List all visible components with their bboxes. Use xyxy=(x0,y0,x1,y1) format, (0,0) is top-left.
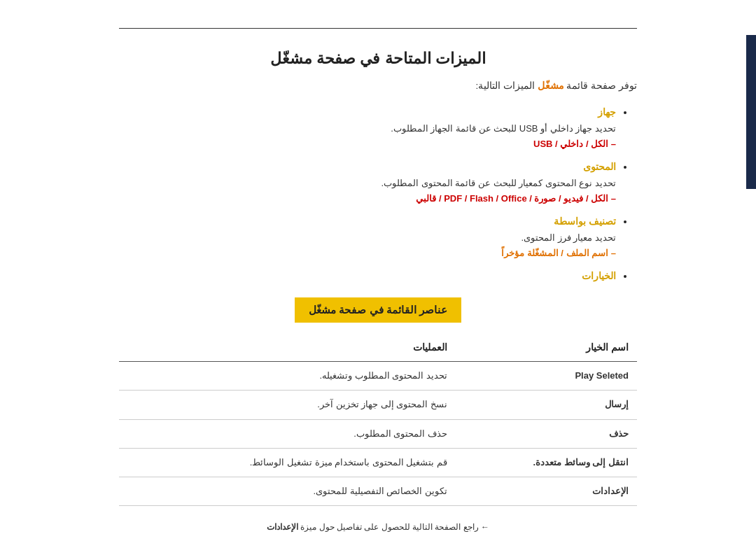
row-name-send: إرسال xyxy=(456,391,637,419)
feature-item-content: المحتوى تحديد نوع المحتوى كمعيار للبحث ع… xyxy=(119,159,616,206)
table-row: الإعدادات تكوين الخصائص التفصيلية للمحتو… xyxy=(119,477,637,505)
row-name-play: Play Seleted xyxy=(456,362,637,391)
feature-title-sort: تصنيف بواسطة xyxy=(554,216,616,227)
sub-red-device: – الكل / داخلي / USB xyxy=(533,139,616,149)
intro-highlight: مشغّل xyxy=(538,80,564,91)
features-table: اسم الخيار العمليات Play Seleted تحديد ا… xyxy=(119,334,637,506)
row-ops-delete: حذف المحتوى المطلوب. xyxy=(119,419,456,448)
col-header-name: اسم الخيار xyxy=(456,334,637,362)
table-row: إرسال نسخ المحتوى إلى جهاز تخزين آخر. xyxy=(119,391,637,419)
row-ops-settings: تكوين الخصائص التفصيلية للمحتوى. xyxy=(119,477,456,505)
right-accent-bar xyxy=(746,35,756,189)
row-name-multimedia: انتقل إلى وسائط متعددة. xyxy=(456,448,637,477)
feature-title-options: الخيارات xyxy=(582,270,616,281)
row-ops-play: تحديد المحتوى المطلوب وتشغيله. xyxy=(119,362,456,391)
feature-item-sort: تصنيف بواسطة تحديد معيار فرز المحتوى. – … xyxy=(119,213,616,261)
page-title: الميزات المتاحة في صفحة مشغّل xyxy=(119,45,637,71)
page-wrapper: الميزات المتاحة في صفحة مشغّل توفر صفحة … xyxy=(77,0,679,534)
feature-sub-content: – الكل / فيديو / صورة / PDF / Flash / Of… xyxy=(119,191,616,206)
col-header-ops: العمليات xyxy=(119,334,456,362)
feature-sub-device: – الكل / داخلي / USB xyxy=(119,136,616,152)
table-body: Play Seleted تحديد المحتوى المطلوب وتشغي… xyxy=(119,362,637,505)
row-name-settings: الإعدادات xyxy=(456,477,637,505)
features-list: جهاز تحديد جهاز داخلي أو USB للبحث عن قا… xyxy=(119,104,637,285)
row-ops-send: نسخ المحتوى إلى جهاز تخزين آخر. xyxy=(119,391,456,419)
feature-desc-device: تحديد جهاز داخلي أو USB للبحث عن قائمة ا… xyxy=(119,121,616,136)
intro-text-before: توفر صفحة قائمة xyxy=(566,80,637,91)
table-row: انتقل إلى وسائط متعددة. قم بتشغيل المحتو… xyxy=(119,448,637,477)
table-row: حذف حذف المحتوى المطلوب. xyxy=(119,419,637,448)
intro-paragraph: توفر صفحة قائمة مشغّل الميزات التالية: xyxy=(119,78,637,94)
feature-desc-sort: تحديد معيار فرز المحتوى. xyxy=(119,230,616,246)
feature-item-device: جهاز تحديد جهاز داخلي أو USB للبحث عن قا… xyxy=(119,104,616,152)
row-ops-multimedia: قم بتشغيل المحتوى باستخدام ميزة تشغيل ال… xyxy=(119,448,456,477)
table-header-row: اسم الخيار العمليات xyxy=(119,334,637,362)
bottom-reference: ← راجع الصفحة التالية للحصول على تفاصيل … xyxy=(119,520,637,534)
section-heading-text: عناصر القائمة في صفحة مشغّل xyxy=(309,304,447,316)
intro-text-after: الميزات التالية: xyxy=(475,80,535,91)
ref-bold-settings: الإعدادات xyxy=(267,522,298,532)
top-divider xyxy=(119,28,637,29)
sub-red-content: – الكل / فيديو / صورة / PDF / Flash / Of… xyxy=(416,193,616,204)
feature-title-device: جهاز xyxy=(598,106,616,118)
section-heading-box: عناصر القائمة في صفحة مشغّل xyxy=(295,297,461,323)
feature-item-options: الخيارات xyxy=(119,268,616,285)
row-name-delete: حذف xyxy=(456,419,637,448)
feature-sub-sort: – اسم الملف / المشغّلة مؤخراً xyxy=(119,246,616,261)
feature-title-content: المحتوى xyxy=(583,161,616,172)
table-header: اسم الخيار العمليات xyxy=(119,334,637,362)
table-row: Play Seleted تحديد المحتوى المطلوب وتشغي… xyxy=(119,362,637,391)
sub-orange-sort: – اسم الملف / المشغّلة مؤخراً xyxy=(501,248,616,258)
feature-desc-content: تحديد نوع المحتوى كمعيار للبحث عن قائمة … xyxy=(119,176,616,191)
